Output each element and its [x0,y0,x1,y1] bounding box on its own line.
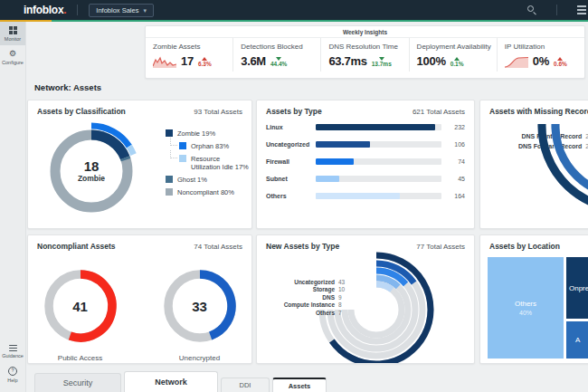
treemap-block-pct: 40% [519,310,532,316]
kpi-sparkline [505,55,528,68]
bar-track [316,193,441,199]
unencrypted-donut-chart [160,266,240,346]
search-icon[interactable] [527,5,536,14]
tab-security[interactable]: Security [34,373,121,392]
card-assets-by-type: Assets by Type 621 Total Assets Linux232… [256,100,475,229]
classification-donut-chart [41,120,142,222]
new-assets-legend: Uncategorized43Storage10DNS9Compute Inst… [257,279,347,317]
sidebar-item-label: Help [7,378,17,383]
bar-value: 164 [441,193,465,199]
sidebar-item-guidance[interactable]: Guidance [0,340,25,362]
treemap-block-onprem[interactable]: Onpre [566,257,588,319]
sidebar-item-label: Monitor [5,36,21,42]
bar-row: Subnet45 [266,176,465,182]
page-title: Network: Assets [34,82,101,92]
public-access-donut-chart [41,266,120,346]
card-total: 74 Total Assets [194,243,242,251]
topbar-divider [77,5,78,15]
legend-swatch [166,129,173,137]
tab-assets[interactable]: Assets [272,378,327,392]
bar-fill [316,141,370,148]
tab-ddi[interactable]: DDI [221,378,270,392]
treemap-block-label: Onpre [569,284,588,292]
kpi-delta-value: 44.4% [270,62,287,68]
legend-swatch [166,188,173,196]
bar-fill [316,124,435,130]
radial-legend-value: 43 [338,279,347,285]
card-total: 621 Total Assets [413,108,465,116]
weekly-insights-title: Weekly Insights [146,26,584,38]
help-icon: ? [8,367,17,376]
kpi-label: Deployment Availability [417,43,489,51]
bar-fill [316,193,400,199]
legend-item: Resource Utilization Idle 17% [179,155,249,171]
card-assets-by-location: Assets by Location Others 40% Onpre A [479,234,588,364]
radial-legend-value: 9 [338,294,347,301]
legend-item: Noncompliant 80% [166,188,249,196]
card-title: Assets by Classification [37,107,126,116]
legend-label: Resource Utilization Idle 17% [191,155,249,171]
radial-legend-label: DNS [322,294,335,301]
bar-label: Uncategorized [266,141,316,148]
bottom-tab-bar: Security Network DDI Assets [25,370,588,392]
assets-by-type-bars: Linux232Uncategorized106Firewall74Subnet… [257,119,474,199]
classification-legend: Zombie 19%Orphan 83%Resource Utilization… [166,129,249,201]
org-selector-dropdown[interactable]: Infoblox Sales ▾ [89,4,154,17]
legend-label: Ghost 1% [177,176,207,184]
treemap-block-others[interactable]: Others 40% [488,257,564,359]
left-sidebar: Monitor ⚙ Configure Guidance ? Help [0,22,26,392]
legend-label: Zombie 19% [177,129,215,138]
bar-value: 74 [441,158,465,165]
gear-icon: ⚙ [9,50,16,58]
topbar-divider-2 [556,5,557,15]
kpi-detections-blocked: Detections Blocked3.6M44.4% [232,38,320,72]
kpi-delta-value: 0.1% [450,62,464,68]
accent-line [0,20,588,22]
missing-records-radial-chart [506,124,588,225]
kpi-value: 63.7ms [328,54,366,68]
kpi-delta: 0.6% [554,57,567,68]
bar-fill [316,176,339,182]
bar-track [316,124,441,130]
radial-legend-value: 7 [338,310,347,316]
kpi-dns-resolution-time: DNS Resolution Time63.7ms13.7ms [320,38,408,72]
kpi-value-row: 0%0.6% [505,54,577,68]
kpi-ip-utilization: IP Utilization0%0.6% [497,38,584,72]
card-assets-by-classification: Assets by Classification 93 Total Assets… [27,100,252,229]
bar-row: Others164 [266,193,465,199]
bar-label: Firewall [266,158,316,165]
logo-dot-icon: . [63,4,66,16]
bar-track [316,158,441,165]
kpi-value-row: 176.3% [153,54,225,68]
apps-menu-icon[interactable] [577,9,586,11]
kpi-value: 3.6M [241,54,266,68]
kpi-value: 17 [181,54,194,68]
top-bar: infoblox. Infoblox Sales ▾ [0,0,588,20]
sidebar-item-monitor[interactable]: Monitor [0,22,25,45]
card-noncompliant-assets: Noncompliant Assets 74 Total Assets 41 P… [27,234,252,364]
infoblox-logo: infoblox. [24,4,66,16]
card-title: Assets with Missing Records [489,107,588,116]
card-title: Noncompliant Assets [37,242,116,251]
kpi-delta: 44.4% [270,57,287,68]
sidebar-item-configure[interactable]: ⚙ Configure [0,45,25,69]
kpi-delta-value: 13.7ms [372,62,392,68]
radial-legend-row: Others7 [257,310,347,317]
card-total: 93 Total Assets [194,108,242,116]
radial-legend-label: Uncategorized [294,279,335,285]
bar-track [316,141,441,148]
kpi-delta: 13.7ms [372,57,392,68]
sidebar-item-help[interactable]: ? Help [0,362,25,387]
treemap-block-a[interactable]: A [566,321,588,359]
card-assets-with-missing-records: Assets with Missing Records DNS Pointer … [479,100,588,229]
kpi-value-row: 3.6M44.4% [241,54,313,68]
radial-legend-label: Storage [313,286,335,292]
tab-network[interactable]: Network [124,371,218,392]
card-total: 77 Total Assets [416,243,465,251]
guidance-layers-icon [9,345,17,351]
kpi-value: 100% [417,54,446,68]
bar-label: Others [266,193,316,199]
bar-row: Uncategorized106 [266,141,465,148]
bar-row: Firewall74 [266,158,465,165]
location-treemap: Others 40% Onpre A [488,257,588,359]
